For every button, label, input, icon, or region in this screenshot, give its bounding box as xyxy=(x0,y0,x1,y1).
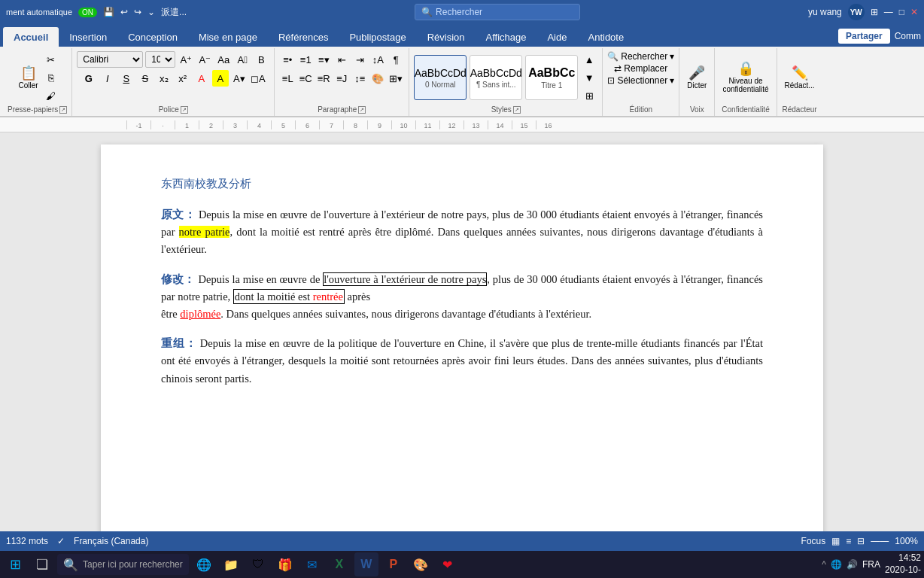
word-icon[interactable]: W xyxy=(354,552,378,576)
layout-icon[interactable]: ⊞ xyxy=(871,7,878,17)
clipboard-expand[interactable]: ↗ xyxy=(59,106,67,114)
align-center-button[interactable]: ≡C xyxy=(297,70,314,87)
tab-references[interactable]: Références xyxy=(268,27,339,47)
share-button[interactable]: Partager xyxy=(838,29,890,44)
save-icon[interactable]: 💾 xyxy=(103,7,114,17)
font-shade-button[interactable]: ◻A xyxy=(250,70,266,87)
paint-icon[interactable]: 🎨 xyxy=(409,552,433,576)
borders-button[interactable]: ⊞▾ xyxy=(388,70,404,87)
shading-button[interactable]: 🎨 xyxy=(369,70,386,87)
search-bar[interactable]: 🔍 Taper ici pour rechercher xyxy=(57,554,189,575)
styles-scroll-up[interactable]: ▲ xyxy=(581,51,597,68)
justify-button[interactable]: ≡J xyxy=(333,70,350,87)
maximize-button[interactable]: □ xyxy=(899,7,904,17)
undo-icon[interactable]: ↩ xyxy=(120,7,128,17)
paste-button[interactable]: 📋 Coller xyxy=(16,58,41,97)
tab-antidote[interactable]: Antidote xyxy=(577,27,634,47)
tab-affichage[interactable]: Affichage xyxy=(475,27,536,47)
tab-accueil[interactable]: Accueil xyxy=(3,27,59,47)
close-button[interactable]: ✕ xyxy=(910,7,918,17)
dicter-button[interactable]: 🎤 Dicter xyxy=(684,58,710,97)
gift-icon[interactable]: 🎁 xyxy=(273,552,297,576)
decrease-indent-button[interactable]: ⇤ xyxy=(333,51,350,68)
styles-scroll-down[interactable]: ▼ xyxy=(581,69,597,86)
user-avatar[interactable]: YW xyxy=(848,4,865,20)
minimize-button[interactable]: — xyxy=(884,7,893,17)
powerpoint-icon[interactable]: P xyxy=(381,552,406,576)
pilcrow-button[interactable]: ¶ xyxy=(388,51,404,68)
strikethrough-button[interactable]: S xyxy=(137,70,153,87)
numbered-list-button[interactable]: ≡1 xyxy=(297,51,314,68)
style-normal[interactable]: AaBbCcDd 0 Normal xyxy=(414,55,467,100)
styles-gallery-button[interactable]: ⊞ xyxy=(581,87,597,104)
tab-aide[interactable]: Aide xyxy=(536,27,577,47)
subscript-button[interactable]: x₂ xyxy=(156,70,172,87)
rechercher-label[interactable]: Rechercher xyxy=(621,51,667,62)
format-painter-button[interactable]: 🖌 xyxy=(43,87,59,104)
font-color-button[interactable]: A▾ xyxy=(231,70,248,87)
style-titre1[interactable]: AaBbCc Titre 1 xyxy=(525,55,578,100)
tab-insertion[interactable]: Insertion xyxy=(59,27,117,47)
zoom-slider[interactable]: —— xyxy=(871,536,889,546)
bullet-list-button[interactable]: ≡• xyxy=(279,51,296,68)
multilevel-list-button[interactable]: ≡▾ xyxy=(315,51,332,68)
font-group: Calibri 10,5 A⁺ A⁻ Aa A⃝ B G I xyxy=(72,48,275,116)
layout-read-button[interactable]: ⊟ xyxy=(857,536,865,546)
tab-revision[interactable]: Révision xyxy=(417,27,476,47)
italic-button[interactable]: I xyxy=(99,70,116,87)
date-display: 2020-10- xyxy=(885,564,921,576)
task-view-button[interactable]: ❏ xyxy=(30,552,54,576)
style-sans-interligne[interactable]: AaBbCcDd ¶ Sans int... xyxy=(470,55,522,100)
volume-icon[interactable]: 🔊 xyxy=(846,559,858,570)
search-box[interactable]: 🔍 Rechercher xyxy=(415,4,580,20)
highlight-button[interactable]: A xyxy=(212,70,229,87)
remplacer-label[interactable]: Remplacer xyxy=(624,63,667,74)
focus-button[interactable]: Focus xyxy=(801,536,826,546)
sort-button[interactable]: ↕A xyxy=(369,51,386,68)
mail-icon[interactable]: ✉ xyxy=(300,552,324,576)
copy-button[interactable]: ⎘ xyxy=(43,69,59,86)
comm-button[interactable]: Comm xyxy=(895,31,921,41)
selectionner-label[interactable]: Sélectionner xyxy=(617,75,667,86)
redo-icon[interactable]: ↪ xyxy=(134,7,141,17)
line-spacing-button[interactable]: ↕≡ xyxy=(351,70,368,87)
tab-conception[interactable]: Conception xyxy=(117,27,188,47)
layout-web-button[interactable]: ≡ xyxy=(846,536,851,546)
autosave-toggle[interactable]: ON xyxy=(78,8,97,17)
text-color-button[interactable]: A xyxy=(193,70,210,87)
police-expand[interactable]: ↗ xyxy=(181,106,188,114)
document-page[interactable]: 东西南校教及分析 原文： Depuis la mise en œuvre de … xyxy=(101,144,823,539)
align-left-button[interactable]: ≡L xyxy=(279,70,296,87)
cut-button[interactable]: ✂ xyxy=(43,51,59,68)
bold-button bold[interactable]: B xyxy=(253,51,269,68)
styles-expand[interactable]: ↗ xyxy=(513,106,521,114)
layout-print-button[interactable]: ▦ xyxy=(831,536,840,546)
align-right-button[interactable]: ≡R xyxy=(315,70,332,87)
superscript-button[interactable]: x² xyxy=(175,70,191,87)
font-family-select[interactable]: Calibri xyxy=(77,51,143,68)
excel-icon[interactable]: X xyxy=(327,552,351,576)
tab-publipostage[interactable]: Publipostage xyxy=(339,27,416,47)
change-case-button[interactable]: Aa xyxy=(215,51,232,68)
redacteur-button[interactable]: ✏️ Rédact... xyxy=(782,58,818,97)
quick-access-dropdown-icon[interactable]: ⌄ xyxy=(147,7,155,17)
underline-button[interactable]: S xyxy=(118,70,135,87)
increase-font-button[interactable]: A⁺ xyxy=(178,51,194,68)
network-icon[interactable]: 🌐 xyxy=(831,559,842,570)
start-button[interactable]: ⊞ xyxy=(3,552,27,576)
bold-button[interactable]: G xyxy=(81,70,97,87)
decrease-font-button[interactable]: A⁻ xyxy=(196,51,213,68)
explorer-icon[interactable]: 📁 xyxy=(219,552,243,576)
language-indicator[interactable]: FRA xyxy=(862,559,880,570)
system-caret-icon[interactable]: ^ xyxy=(822,559,826,570)
language[interactable]: Français (Canada) xyxy=(74,536,148,546)
confidentialite-button[interactable]: 🔒 Niveau de confidentialité xyxy=(719,58,771,97)
increase-indent-button[interactable]: ⇥ xyxy=(351,51,368,68)
paragraphe-expand[interactable]: ↗ xyxy=(358,106,366,114)
heart-icon[interactable]: ❤ xyxy=(436,552,460,576)
edge-icon[interactable]: 🌐 xyxy=(192,552,216,576)
font-size-select[interactable]: 10,5 xyxy=(145,51,175,68)
tab-mise-en-page[interactable]: Mise en page xyxy=(188,27,268,47)
clear-format-button[interactable]: A⃝ xyxy=(234,51,251,68)
store-icon[interactable]: 🛡 xyxy=(246,552,270,576)
